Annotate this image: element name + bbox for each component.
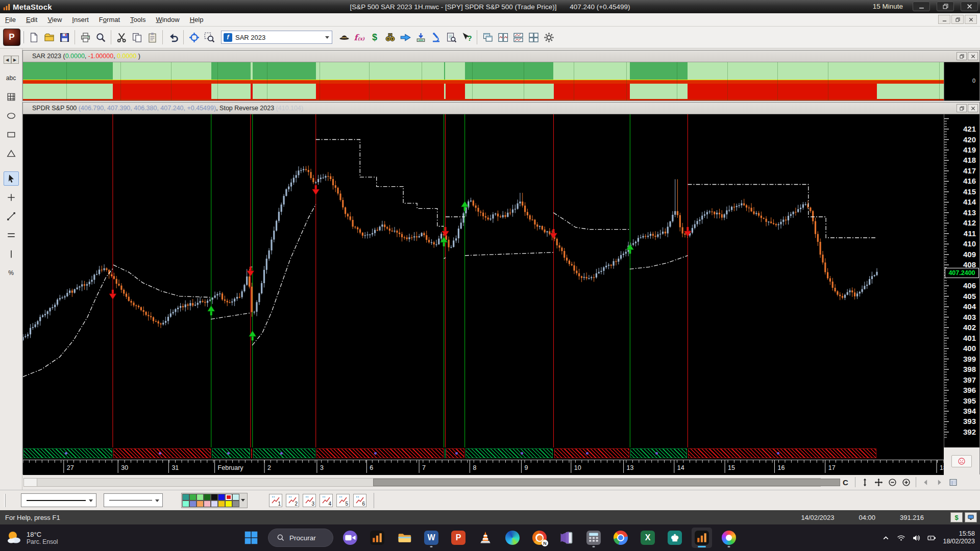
downloader-button[interactable] [413, 30, 428, 45]
chart-options-button[interactable] [541, 30, 556, 45]
sar-panel-header[interactable]: SAR 2023 (0.0000, -1.00000, 0.0000 ) [23, 51, 979, 62]
forecaster-button[interactable] [398, 30, 413, 45]
tools-scroll-right-button[interactable]: ▶ [11, 56, 19, 64]
scrollbar-corner[interactable] [24, 479, 37, 486]
chart-template-button-3[interactable]: 3 [303, 494, 316, 507]
chart-template-button-1[interactable]: 1 [269, 494, 282, 507]
zoom-in-button[interactable] [899, 477, 913, 488]
taskbar-calculator-button[interactable] [583, 528, 604, 548]
palette-color-1-6[interactable] [225, 494, 232, 500]
zoom-out-button[interactable] [886, 477, 899, 488]
quote-link-button[interactable]: $ [950, 512, 963, 522]
system-tester-button[interactable] [382, 30, 398, 45]
text-tool[interactable]: abc [4, 71, 19, 85]
child-minimize-button[interactable] [938, 15, 950, 24]
percent-retracement-tool[interactable]: % [4, 266, 19, 280]
data-window-button[interactable] [946, 477, 960, 488]
wifi-icon[interactable] [897, 534, 905, 542]
toolbar-grip[interactable] [22, 31, 24, 43]
date-axis[interactable]: 273031February23678910131415161718 [23, 460, 944, 475]
candlestick-chart[interactable] [23, 114, 944, 447]
open-chart-button[interactable] [41, 30, 57, 45]
expert-advisor-button[interactable]: $ [367, 30, 382, 45]
triangle-tool[interactable] [4, 146, 19, 161]
scrollbar-thumb[interactable] [373, 479, 840, 486]
indicator-builder-button[interactable]: f(x) [352, 30, 367, 45]
menu-item-edit[interactable]: Edit [21, 14, 42, 26]
cut-button[interactable] [114, 30, 129, 45]
taskbar-chess-button[interactable]: ♚ [665, 528, 685, 548]
taskbar-file-explorer-button[interactable] [394, 528, 414, 548]
palette-color-1-1[interactable] [189, 494, 197, 500]
context-help-button[interactable]: ? [459, 30, 474, 45]
pan-button[interactable] [872, 477, 886, 488]
taskbar-chrome-profile-button[interactable]: N [529, 528, 550, 548]
pointer-tool[interactable] [4, 171, 19, 186]
paste-button[interactable] [144, 30, 160, 45]
recalc-button[interactable]: C [839, 477, 852, 488]
chart-template-button-2[interactable]: 2 [286, 494, 299, 507]
new-chart-button[interactable] [26, 30, 41, 45]
sar-panel-restore-button[interactable] [957, 52, 967, 60]
vertical-scale-button[interactable] [858, 477, 872, 488]
palette-more-button[interactable] [239, 494, 247, 507]
palette-color-2-3[interactable] [204, 500, 211, 507]
menu-item-tools[interactable]: Tools [125, 14, 151, 26]
volume-icon[interactable] [912, 534, 921, 542]
restore-button[interactable] [937, 2, 954, 11]
tile-vertical-button[interactable] [495, 30, 510, 45]
sar-panel-close-button[interactable] [968, 52, 978, 60]
horizontal-line-tool[interactable] [4, 228, 19, 242]
taskbar-powerpoint-button[interactable]: P [448, 528, 469, 548]
save-chart-button[interactable] [57, 30, 72, 45]
palette-color-1-4[interactable] [211, 494, 218, 500]
taskbar-paint-button[interactable] [719, 528, 739, 548]
vertical-line-tool[interactable] [4, 247, 19, 261]
expert-advisor-corner-button[interactable] [951, 455, 972, 467]
menu-item-view[interactable]: View [42, 14, 67, 26]
toolbar-grip[interactable] [4, 494, 6, 507]
tile-horizontal-button[interactable] [510, 30, 526, 45]
print-preview-button[interactable] [93, 30, 108, 45]
taskbar-metastock-button[interactable] [367, 528, 387, 548]
cascade-windows-button[interactable] [480, 30, 495, 45]
menu-item-help[interactable]: Help [185, 14, 209, 26]
rectangle-tool[interactable] [4, 128, 19, 142]
crosshair-pointer-tool[interactable] [4, 190, 19, 205]
palette-color-2-0[interactable] [182, 500, 189, 507]
palette-color-2-2[interactable] [197, 500, 204, 507]
palette-color-1-3[interactable] [204, 494, 211, 500]
menu-item-window[interactable]: Window [151, 14, 184, 26]
grid-tool[interactable] [4, 90, 19, 104]
chart-template-button-4[interactable]: 4 [320, 494, 333, 507]
taskbar-word-button[interactable]: W [421, 528, 442, 548]
favorites-dropdown[interactable]: fSAR 2023 [221, 31, 332, 44]
menu-item-file[interactable]: File [0, 14, 21, 26]
price-axis[interactable]: 4214204194184174164154144134124114104094… [944, 114, 979, 447]
taskbar-weather-widget[interactable]: 18°CParc. Ensol [6, 530, 58, 546]
battery-charging-icon[interactable] [927, 534, 936, 542]
tools-scroll-left-button[interactable]: ◀ [4, 56, 11, 64]
print-button[interactable] [78, 30, 93, 45]
trendline-tool[interactable] [4, 209, 19, 223]
downloader-status-button[interactable] [965, 512, 977, 522]
child-restore-button[interactable] [951, 15, 964, 24]
palette-color-2-4[interactable] [211, 500, 218, 507]
tile-grid-button[interactable] [526, 30, 541, 45]
menu-item-insert[interactable]: Insert [67, 14, 94, 26]
chart-template-button-6[interactable]: 6 [353, 494, 366, 507]
menu-item-format[interactable]: Format [94, 14, 125, 26]
palette-color-2-1[interactable] [189, 500, 197, 507]
copy-button[interactable] [129, 30, 144, 45]
chart-panel-header[interactable]: SPDR S&P 500 (406.790, 407.390, 406.380,… [23, 103, 979, 114]
palette-color-1-2[interactable] [197, 494, 204, 500]
tray-chevron-up-icon[interactable] [881, 534, 890, 542]
taskbar-clock[interactable]: 15:58 18/02/2023 [943, 530, 975, 545]
taskbar-chrome-button[interactable] [610, 528, 631, 548]
start-button[interactable] [241, 528, 261, 548]
palette-color-2-5[interactable] [218, 500, 225, 507]
line-style-dropdown[interactable] [21, 493, 96, 507]
child-close-button[interactable] [965, 15, 977, 24]
palette-color-2-7[interactable] [232, 500, 239, 507]
minimize-button[interactable] [913, 2, 930, 11]
